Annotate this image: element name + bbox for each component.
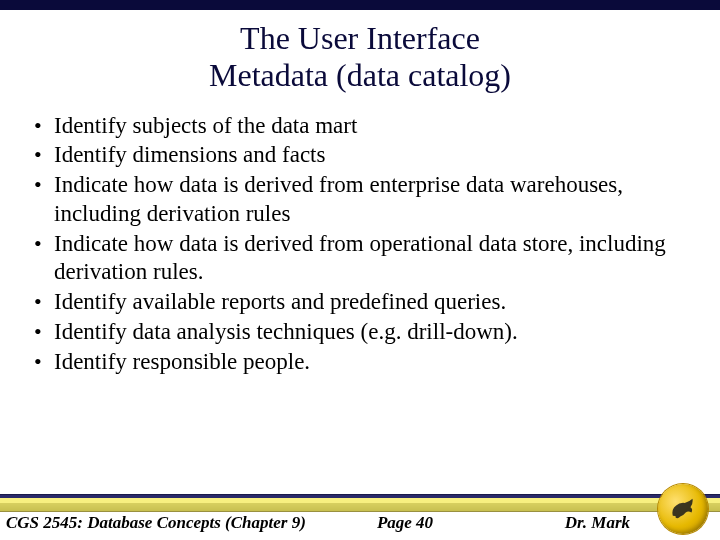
list-item-text: Identify subjects of the data mart [54,113,357,138]
list-item-text: Indicate how data is derived from operat… [54,231,666,285]
list-item: Identify subjects of the data mart [28,112,692,141]
slide-body: Identify subjects of the data mart Ident… [0,112,720,377]
list-item-text: Identify responsible people. [54,349,310,374]
bullet-list: Identify subjects of the data mart Ident… [28,112,692,377]
footer-text-row: CGS 2545: Database Concepts (Chapter 9) … [0,512,720,534]
pegasus-svg [666,492,700,526]
list-item-text: Identify available reports and predefine… [54,289,506,314]
footer-page: Page 40 [377,513,433,533]
list-item: Identify dimensions and facts [28,141,692,170]
top-accent-bar [0,0,720,10]
title-line-2: Metadata (data catalog) [209,57,511,93]
list-item: Identify available reports and predefine… [28,288,692,317]
slide: The User Interface Metadata (data catalo… [0,0,720,540]
footer-author: Dr. Mark [565,513,630,533]
list-item-text: Identify dimensions and facts [54,142,325,167]
list-item-text: Identify data analysis techniques (e.g. … [54,319,518,344]
list-item: Indicate how data is derived from enterp… [28,171,692,229]
footer-accent-bar [0,494,720,512]
title-line-1: The User Interface [240,20,480,56]
pegasus-logo-icon [658,484,708,534]
list-item: Identify responsible people. [28,348,692,377]
list-item: Identify data analysis techniques (e.g. … [28,318,692,347]
footer: CGS 2545: Database Concepts (Chapter 9) … [0,482,720,540]
list-item-text: Indicate how data is derived from enterp… [54,172,623,226]
slide-title: The User Interface Metadata (data catalo… [0,20,720,94]
list-item: Indicate how data is derived from operat… [28,230,692,288]
